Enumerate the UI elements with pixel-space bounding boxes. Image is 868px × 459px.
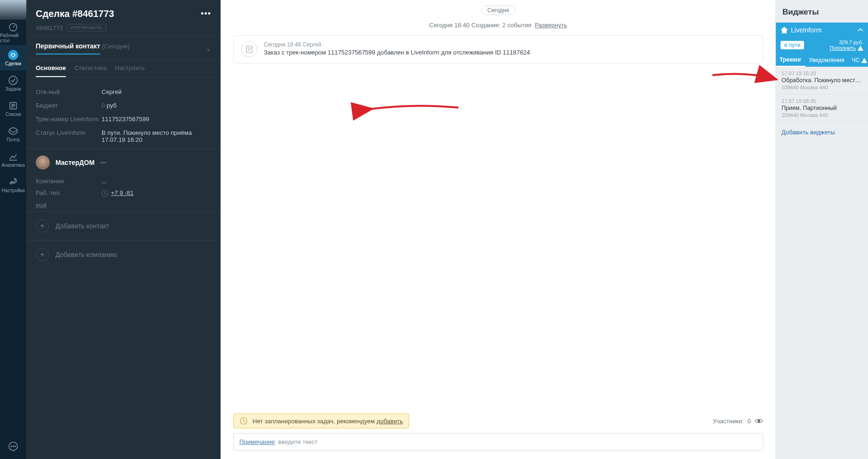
svg-point-1	[8, 50, 18, 60]
contact-phone-label: Раб. тел.	[36, 189, 102, 197]
field-status-value: В пути. Покинуло место приёма 17.07.19 1…	[102, 129, 211, 143]
list-icon	[8, 101, 18, 111]
rail-label: Рабочий стол	[0, 33, 26, 43]
liveinform-brand: LiveInform	[781, 26, 821, 34]
rail-label: Аналитика	[1, 163, 25, 168]
feed-panel: Сегодня Сегодня 18:40 Создание: 2 событи…	[221, 0, 776, 459]
card-message: Заказ с трек-номером 11175237567599 доба…	[264, 49, 530, 56]
contact-menu-icon[interactable]: •••	[100, 159, 107, 166]
rail-settings[interactable]: Настройки	[0, 172, 26, 197]
nav-rail: Рабочий стол Сделки Задачи Списки Почта …	[0, 0, 26, 459]
svg-point-6	[11, 446, 12, 447]
participants[interactable]: Участники: 0	[713, 418, 763, 425]
rail-label: Списки	[5, 112, 21, 117]
balance-value: 329.7 руб.	[830, 39, 863, 45]
svg-point-12	[758, 420, 760, 422]
chat-icon	[8, 441, 18, 451]
svg-point-8	[15, 446, 16, 447]
tag-button[interactable]: #ТЕГИРОВАТЬ	[67, 24, 106, 31]
widgets-title: Виджеты	[776, 0, 868, 23]
note-placeholder: : введите текст	[275, 438, 317, 445]
feed-summary: Сегодня 18:40 Создание: 2 события Развер…	[233, 22, 763, 29]
tab-stats[interactable]: Статистика	[74, 64, 106, 77]
rail-label: Почта	[7, 137, 20, 142]
note-label: Примечание	[239, 438, 275, 445]
contact-name[interactable]: МастерДОМ	[55, 159, 95, 166]
rail-analytics[interactable]: Аналитика	[0, 147, 26, 172]
mail-icon	[8, 126, 18, 136]
expand-link[interactable]: Развернуть	[535, 22, 567, 29]
note-icon	[241, 41, 257, 57]
event-timestamp: 17.07.19 16:20	[781, 70, 862, 76]
contact-phone-value[interactable]: ++7 9 -81	[102, 189, 134, 197]
chart-icon	[8, 151, 18, 162]
rail-label: Настройки	[1, 188, 24, 193]
field-track-value[interactable]: 11175237567599	[102, 116, 211, 123]
contact-avatar[interactable]	[36, 156, 50, 170]
rail-dashboard[interactable]: Рабочий стол	[0, 20, 26, 45]
field-track-label: Трек-номер LiveInform	[36, 116, 102, 123]
contact-company-value[interactable]: ...	[102, 178, 107, 185]
plus-icon: +	[36, 219, 49, 233]
card-meta: Сегодня 18:46 Сергей	[264, 41, 530, 48]
rail-lists[interactable]: Списки	[0, 96, 26, 121]
chevron-down-icon[interactable]: ⌄	[206, 45, 211, 52]
clock-icon	[239, 417, 248, 425]
chevron-up-icon[interactable]	[858, 28, 863, 32]
eye-icon	[755, 418, 763, 424]
rail-mail[interactable]: Почта	[0, 121, 26, 147]
event-title: Обработка. Покинуло место приёма	[781, 77, 862, 84]
event-title: Прием. Партионный	[781, 105, 862, 111]
field-budget-label: Бюджет	[36, 102, 102, 109]
user-avatar[interactable]	[0, 0, 26, 20]
topup-link[interactable]: Пополнить	[830, 45, 863, 51]
wrench-icon	[8, 177, 18, 187]
rail-label: Сделки	[5, 61, 21, 66]
deal-title: Сделка #8461773	[36, 8, 114, 19]
check-circle-icon	[8, 75, 18, 86]
tracking-event[interactable]: 17.07.19 16:20 Обработка. Покинуло место…	[776, 67, 868, 94]
li-tab-notifications[interactable]: Уведомления	[805, 54, 848, 67]
event-location: 109440 Москва 440	[781, 112, 862, 118]
add-company-label: Добавить компанию	[55, 251, 117, 258]
house-icon	[781, 27, 788, 33]
deals-icon	[8, 50, 18, 60]
event-location: 109440 Москва 440	[781, 85, 862, 90]
today-chip: Сегодня	[481, 6, 515, 15]
deal-id: #8461773	[36, 24, 63, 31]
deal-menu-icon[interactable]: •••	[201, 9, 211, 19]
add-phone-icon[interactable]: +	[102, 190, 108, 197]
add-contact-label: Добавить контакт	[55, 222, 109, 230]
widgets-panel: Виджеты LiveInform в пути 329.7 руб. Поп…	[776, 0, 868, 459]
rail-chat[interactable]	[0, 434, 26, 459]
plus-icon: +	[36, 248, 49, 261]
field-responsible-label: Отв-ный	[36, 88, 102, 95]
deal-tabs: Основное Статистика Настроить	[26, 59, 221, 78]
primary-contact-label: Первичный контакт	[36, 42, 100, 50]
rail-tasks[interactable]: Задачи	[0, 70, 26, 96]
deal-panel: Сделка #8461773 ••• #8461773 #ТЕГИРОВАТЬ…	[26, 0, 221, 459]
li-tab-tracking[interactable]: Трекинг	[776, 54, 805, 67]
tasks-banner: Нет запланированных задач, рекомендуем д…	[233, 413, 409, 428]
contact-more-link[interactable]: ещё	[36, 202, 47, 209]
tab-configure[interactable]: Настроить	[115, 64, 145, 77]
add-company-button[interactable]: + Добавить компанию	[26, 240, 221, 269]
feed-card: Сегодня 18:46 Сергей Заказ с трек-номеро…	[233, 35, 763, 63]
field-responsible-value[interactable]: Сергей	[102, 88, 211, 95]
li-tab-blacklist[interactable]: ЧС	[848, 54, 868, 67]
rail-deals[interactable]: Сделки	[0, 45, 26, 70]
svg-point-2	[9, 76, 17, 85]
add-widgets-link[interactable]: Добавить виджеты	[776, 122, 868, 142]
primary-contact-date: (Сегодня)	[102, 43, 129, 50]
status-badge: в пути	[781, 41, 804, 49]
add-task-link[interactable]: добавить	[377, 418, 403, 425]
contact-company-label: Компания	[36, 178, 102, 185]
warning-icon	[861, 58, 867, 63]
tracking-event[interactable]: 17.07.19 08:35 Прием. Партионный 109440 …	[776, 94, 868, 122]
field-budget-value[interactable]: 0 руб	[102, 102, 211, 109]
warning-icon	[858, 46, 863, 51]
tab-main[interactable]: Основное	[36, 64, 66, 77]
add-contact-button[interactable]: + Добавить контакт	[26, 211, 221, 240]
note-input[interactable]: Примечание: введите текст	[233, 433, 763, 451]
liveinform-widget: LiveInform в пути 329.7 руб. Пополнить Т…	[776, 23, 868, 67]
